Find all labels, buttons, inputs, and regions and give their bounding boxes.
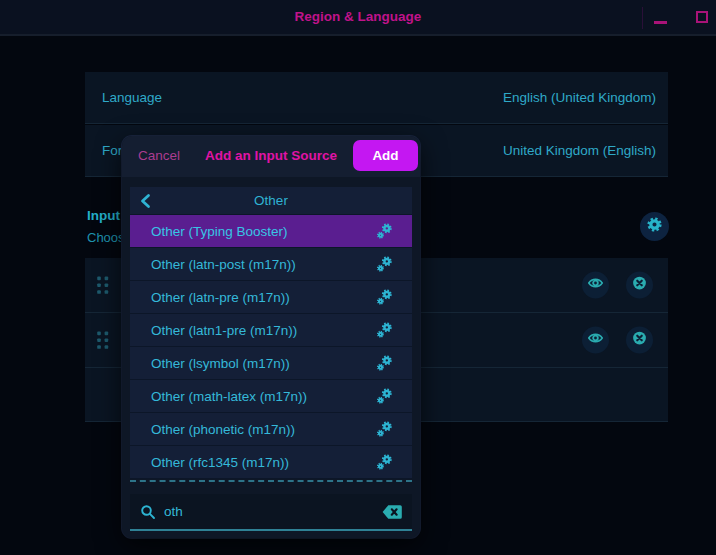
eye-icon <box>587 330 604 351</box>
option-label: Other (phonetic (m17n)) <box>151 422 295 437</box>
search-input[interactable] <box>164 504 382 519</box>
input-source-option[interactable]: Other (rfc1345 (m17n)) <box>130 446 412 479</box>
remove-source-button[interactable] <box>626 272 653 299</box>
option-label: Other (latn-pre (m17n)) <box>151 290 290 305</box>
close-icon <box>631 275 648 296</box>
eye-icon <box>587 275 604 296</box>
input-source-option[interactable]: Other (latn-pre (m17n)) <box>130 281 412 314</box>
titlebar: Region & Language <box>0 0 716 36</box>
preferences-gears-icon[interactable] <box>375 419 395 439</box>
preferences-gears-icon[interactable] <box>375 320 395 340</box>
format-value: United Kingdom (English) <box>503 143 656 158</box>
category-title: Other <box>130 193 412 208</box>
input-sources-subheading: Choos <box>87 230 125 245</box>
close-icon <box>631 330 648 351</box>
language-label: Language <box>102 90 162 105</box>
preview-source-button[interactable] <box>582 272 609 299</box>
minimize-icon[interactable] <box>652 10 670 26</box>
input-source-option[interactable]: Other (Typing Booster) <box>130 215 412 248</box>
drag-handle-icon[interactable] <box>96 276 109 295</box>
input-options-button[interactable] <box>640 212 669 241</box>
search-bar <box>130 494 412 531</box>
preferences-gears-icon[interactable] <box>375 353 395 373</box>
input-source-option[interactable]: Other (phonetic (m17n)) <box>130 413 412 446</box>
cancel-button[interactable]: Cancel <box>138 148 180 163</box>
chevron-left-icon <box>138 195 154 212</box>
window-title: Region & Language <box>0 9 716 24</box>
maximize-icon[interactable] <box>696 11 708 23</box>
option-label: Other (math-latex (m17n)) <box>151 389 307 404</box>
input-source-list: Other Other (Typing Booster) Other (latn… <box>130 187 412 479</box>
titlebar-divider <box>642 7 643 29</box>
drag-handle-icon[interactable] <box>96 331 109 350</box>
gear-icon <box>646 216 663 237</box>
search-icon <box>140 504 156 520</box>
option-label: Other (lsymbol (m17n)) <box>151 356 290 371</box>
preview-source-button[interactable] <box>582 327 609 354</box>
preferences-gears-icon[interactable] <box>375 287 395 307</box>
preferences-gears-icon[interactable] <box>375 254 395 274</box>
list-nav-header: Other <box>130 187 412 215</box>
option-label: Other (Typing Booster) <box>151 224 288 239</box>
settings-window: Region & Language Language English (Unit… <box>0 0 716 555</box>
option-label: Other (latn1-pre (m17n)) <box>151 323 297 338</box>
format-label: For <box>102 143 122 158</box>
remove-source-button[interactable] <box>626 327 653 354</box>
back-button[interactable] <box>138 193 154 209</box>
backspace-clear-icon[interactable] <box>382 504 402 520</box>
option-label: Other (rfc1345 (m17n)) <box>151 455 289 470</box>
input-source-option[interactable]: Other (latn-post (m17n)) <box>130 248 412 281</box>
input-source-option[interactable]: Other (math-latex (m17n)) <box>130 380 412 413</box>
add-button[interactable]: Add <box>353 140 418 171</box>
input-source-option[interactable]: Other (lsymbol (m17n)) <box>130 347 412 380</box>
preferences-gears-icon[interactable] <box>375 452 395 472</box>
preferences-gears-icon[interactable] <box>375 221 395 241</box>
input-source-option[interactable]: Other (latn1-pre (m17n)) <box>130 314 412 347</box>
language-row[interactable]: Language English (United Kingdom) <box>85 72 668 124</box>
language-value: English (United Kingdom) <box>503 90 656 105</box>
option-label: Other (latn-post (m17n)) <box>151 257 296 272</box>
add-input-source-dialog: Cancel Add an Input Source Add Other Oth… <box>122 136 420 538</box>
dialog-header: Cancel Add an Input Source Add <box>122 136 420 177</box>
preferences-gears-icon[interactable] <box>375 386 395 406</box>
scroll-more-indicator <box>130 480 412 482</box>
input-sources-heading: Input <box>87 208 120 223</box>
